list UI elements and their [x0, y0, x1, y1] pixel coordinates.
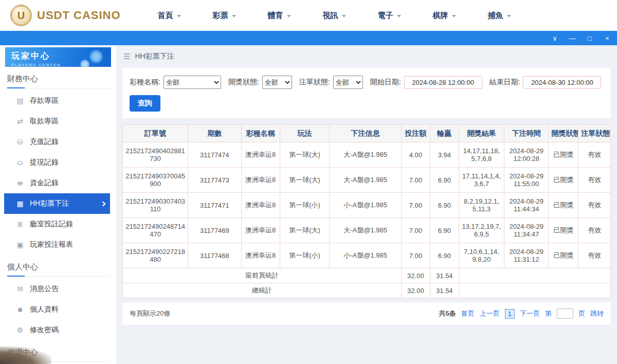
pagination-bar: 每頁顯示20條 共5条 首页 上一页 1 下一页 第 页 跳转: [122, 302, 611, 325]
sidebar-item-funds-record[interactable]: ⛂ 資金記錄: [4, 173, 110, 193]
cell-order-status: 有效: [578, 243, 611, 268]
table-row: 2152172490402881730 31177474 澳洲幸运8 第一球(大…: [123, 142, 611, 168]
column-header: 開獎狀態: [549, 125, 578, 142]
nav-item-sports[interactable]: 體育: [268, 11, 291, 21]
sidebar-item-room-bet-record[interactable]: ≣ 廳室投註記錄: [4, 214, 110, 234]
jump-button[interactable]: 跳转: [590, 309, 604, 318]
sidebar-item-icon: ▤: [15, 97, 25, 105]
nav-item-label: 電子: [378, 11, 393, 21]
cell-bet-info: 小-A盤@1.985: [330, 193, 402, 218]
bets-table: 訂單號期數彩種名稱玩法下注信息投注額輸贏開獎結果下注時間開獎狀態注單狀態 215…: [122, 124, 611, 298]
nav-item-slots[interactable]: 電子: [378, 11, 401, 21]
site-header: U USDT CASINO 首頁 彩票 體育 視訊 電子 棋牌: [0, 0, 617, 31]
current-page-indicator[interactable]: 1: [505, 309, 515, 319]
end-date-input[interactable]: [523, 76, 601, 89]
sidebar-item-label: 修改密碼: [30, 325, 59, 335]
prev-page-link[interactable]: 上一页: [480, 309, 500, 318]
window-titlebar: ∨ — □ ×: [0, 31, 617, 45]
nav-item-fishing[interactable]: 捕魚: [488, 11, 511, 21]
cell-draw-status: 已開獎: [549, 218, 578, 243]
start-date-input[interactable]: [404, 76, 482, 89]
cell-bet-info: 大-A盤@1.985: [330, 142, 402, 168]
cell-bet-time: 2024-08-29 11:55:00: [504, 168, 549, 193]
cell-lottery-name: 澳洲幸运8: [241, 218, 280, 243]
nav-item-card-games[interactable]: 棋牌: [433, 11, 456, 21]
nav-item-label: 體育: [268, 11, 283, 21]
nav-item-label: 捕魚: [488, 11, 503, 21]
sidebar-item-label: HH彩票下注: [30, 199, 69, 208]
cell-lottery-name: 澳洲幸运8: [241, 193, 280, 218]
bets-table-panel: 訂單號期數彩種名稱玩法下注信息投注額輸贏開獎結果下注時間開獎狀態注單狀態 215…: [122, 124, 611, 298]
brand-logo[interactable]: U USDT CASINO: [10, 5, 121, 26]
filter-row: 彩種名稱: 全部 開獎狀態: 全部 注單狀態: 全部 開始日期: 結束日期:: [130, 76, 604, 89]
cell-order-status: 有效: [578, 142, 611, 168]
cell-draw-status: 已開獎: [549, 243, 578, 268]
cell-draw-result: 8,2,19,12,1,5,11,3: [459, 193, 504, 218]
hamburger-menu-icon[interactable]: ☰: [123, 52, 130, 61]
chevron-down-icon: [232, 15, 236, 17]
sidebar-item-icon: ✉: [15, 285, 25, 293]
cell-bet-info: 小-A盤@1.985: [330, 243, 402, 268]
first-page-link[interactable]: 首页: [461, 309, 475, 318]
cell-lottery-name: 澳洲幸运8: [241, 142, 280, 168]
window-minimize-button[interactable]: —: [569, 35, 576, 42]
cell-bet-amount: 7.00: [401, 243, 430, 268]
window-collapse-button[interactable]: ∨: [551, 35, 558, 42]
cell-order-number: 2152172490307403110: [123, 193, 188, 218]
sidebar-item-withdrawal-record[interactable]: ⛀ 提現記錄: [4, 152, 110, 173]
casino-chip-decoration: [89, 50, 103, 63]
cell-draw-status: 已開獎: [549, 142, 578, 168]
page-summary-empty: [459, 268, 610, 283]
sidebar-item-withdraw[interactable]: ⇄ 取款專區: [4, 111, 110, 132]
cell-play-type: 第一球(大): [280, 218, 330, 243]
column-header: 下注時間: [504, 125, 549, 142]
chevron-right-icon: [101, 201, 106, 206]
window-maximize-button[interactable]: □: [586, 35, 593, 42]
cell-period: 31177469: [188, 218, 241, 243]
chevron-down-icon: [177, 15, 181, 17]
logo-letter: U: [17, 10, 25, 22]
main-nav: 首頁 彩票 體育 視訊 電子 棋牌 捕魚: [158, 11, 511, 21]
cell-draw-result: 13,17,2,19,7,6,9,5: [459, 218, 504, 243]
sidebar-item-change-password[interactable]: ⚙ 修改密碼: [4, 320, 110, 340]
order-status-select[interactable]: 全部: [333, 76, 363, 89]
page-size-text: 每頁顯示20條: [130, 309, 170, 318]
sidebar-item-icon: ⚙: [15, 326, 25, 334]
cell-play-type: 第一球(小): [280, 243, 330, 268]
sidebar-item-player-bet-report[interactable]: ▣ 玩家投注報表: [4, 234, 110, 255]
sidebar-item-deposit[interactable]: ▤ 存款專區: [4, 90, 110, 111]
sidebar-item-recharge-record[interactable]: ⛁ 充值記錄: [4, 132, 110, 152]
cell-order-number: 2152172490248714470: [123, 218, 188, 243]
sidebar-item-announcements[interactable]: ✉ 消息公告: [4, 279, 110, 299]
sidebar-item-hh-lottery-bets[interactable]: ▦ HH彩票下注: [4, 193, 110, 214]
sidebar-item-label: 提現記錄: [30, 158, 59, 167]
cell-bet-amount: 7.00: [401, 168, 430, 193]
search-button[interactable]: 查詢: [130, 95, 160, 112]
cell-lottery-name: 澳洲幸运8: [241, 243, 280, 268]
page-jump-input[interactable]: [557, 308, 573, 319]
window-close-button[interactable]: ×: [604, 35, 611, 42]
page-title: HH彩票下注: [135, 52, 174, 61]
nav-item-label: 棋牌: [433, 11, 448, 21]
sidebar-item-icon: ⇄: [15, 117, 25, 125]
cell-bet-time: 2024-08-29 12:00:28: [504, 142, 549, 168]
lottery-select[interactable]: 全部: [164, 76, 221, 89]
cell-order-number: 2152172490227218480: [123, 243, 188, 268]
nav-item-live-video[interactable]: 視訊: [323, 11, 346, 21]
nav-item-home[interactable]: 首頁: [158, 11, 181, 21]
nav-item-lottery[interactable]: 彩票: [213, 11, 236, 21]
draw-status-select[interactable]: 全部: [262, 76, 292, 89]
column-header: 下注信息: [330, 125, 402, 142]
cell-win-loss: 6.90: [430, 218, 459, 243]
main-content: ☰ HH彩票下注 彩種名稱: 全部 開獎狀態: 全部 注單狀態: 全部: [116, 45, 617, 364]
cell-bet-amount: 7.00: [401, 218, 430, 243]
nav-item-label: 視訊: [323, 11, 338, 21]
table-row: 2152172490227218480 31177468 澳洲幸运8 第一球(小…: [123, 243, 611, 268]
page-summary-label: 當前頁統計: [123, 268, 402, 283]
cell-period: 31177474: [188, 142, 241, 168]
next-page-link[interactable]: 下一页: [520, 309, 540, 318]
sidebar-item-profile[interactable]: ☻ 個人資料: [4, 299, 110, 320]
cell-play-type: 第一球(大): [280, 168, 330, 193]
chevron-down-icon: [507, 15, 511, 17]
logo-text: USDT CASINO: [37, 9, 121, 22]
